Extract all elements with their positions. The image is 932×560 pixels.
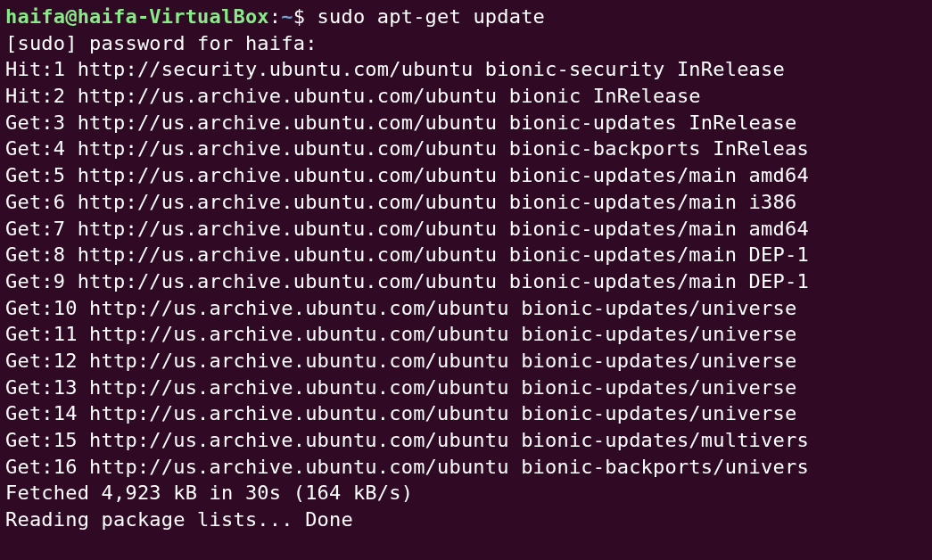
output-line: Get:14 http://us.archive.ubuntu.com/ubun…: [5, 400, 927, 427]
output-line: Get:6 http://us.archive.ubuntu.com/ubunt…: [5, 189, 927, 216]
prompt-line: haifa@haifa-VirtualBox:~$ sudo apt-get u…: [5, 4, 927, 30]
prompt-path: ~: [281, 5, 293, 28]
command-text: sudo apt-get update: [318, 5, 545, 28]
output-line: Get:8 http://us.archive.ubuntu.com/ubunt…: [5, 242, 927, 268]
output-line: Get:7 http://us.archive.ubuntu.com/ubunt…: [5, 216, 927, 243]
output-line: Get:16 http://us.archive.ubuntu.com/ubun…: [5, 454, 927, 481]
prompt-user-host: haifa@haifa-VirtualBox: [5, 5, 269, 28]
output-line: Get:15 http://us.archive.ubuntu.com/ubun…: [5, 427, 927, 454]
output-line: Get:13 http://us.archive.ubuntu.com/ubun…: [5, 375, 927, 401]
output-line: Hit:2 http://us.archive.ubuntu.com/ubunt…: [5, 83, 927, 110]
prompt-symbol: $: [293, 5, 318, 28]
output-line: Get:3 http://us.archive.ubuntu.com/ubunt…: [5, 110, 927, 136]
output-line: Get:10 http://us.archive.ubuntu.com/ubun…: [5, 295, 927, 322]
terminal-output[interactable]: haifa@haifa-VirtualBox:~$ sudo apt-get u…: [5, 4, 927, 533]
output-line: [sudo] password for haifa:: [5, 30, 927, 57]
output-line: Get:9 http://us.archive.ubuntu.com/ubunt…: [5, 268, 927, 295]
prompt-separator: :: [269, 5, 281, 28]
output-line: Fetched 4,923 kB in 30s (164 kB/s): [5, 480, 927, 506]
output-line: Reading package lists... Done: [5, 506, 927, 533]
output-line: Get:5 http://us.archive.ubuntu.com/ubunt…: [5, 162, 927, 189]
output-line: Get:12 http://us.archive.ubuntu.com/ubun…: [5, 348, 927, 375]
output-line: Hit:1 http://security.ubuntu.com/ubuntu …: [5, 56, 927, 83]
output-line: Get:4 http://us.archive.ubuntu.com/ubunt…: [5, 136, 927, 162]
output-line: Get:11 http://us.archive.ubuntu.com/ubun…: [5, 321, 927, 348]
